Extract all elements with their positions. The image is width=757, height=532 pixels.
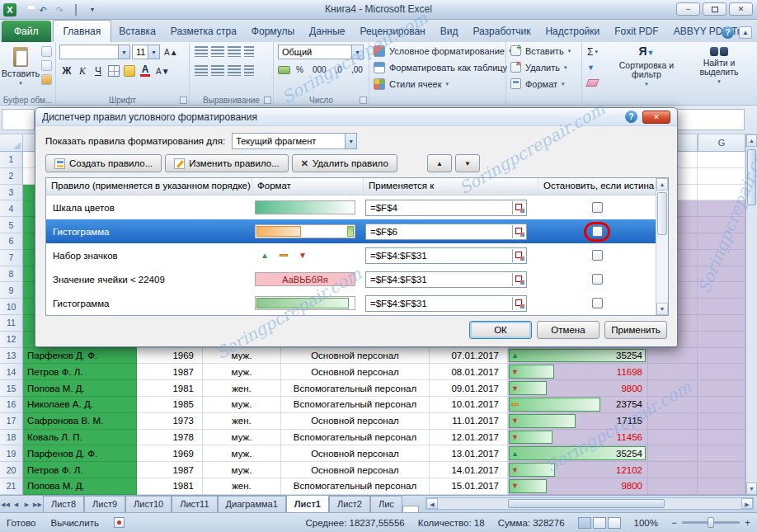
close-button[interactable]: ✕	[729, 2, 753, 16]
tab-Файл[interactable]: Файл	[2, 21, 51, 42]
scroll-up-icon[interactable]: ▲	[746, 134, 757, 147]
stop-if-true-checkbox[interactable]	[592, 226, 603, 237]
currency-format-icon[interactable]	[278, 66, 290, 74]
sheet-tab-Лист1[interactable]: Лист1	[286, 495, 329, 512]
delete-rule-button[interactable]: ✕Удалить правило	[292, 154, 397, 172]
cell-g[interactable]	[648, 397, 698, 413]
cell-g[interactable]	[648, 430, 698, 446]
align-center-icon[interactable]	[211, 65, 224, 76]
tab-Разработчик[interactable]: Разработчик	[465, 21, 538, 42]
cell-value[interactable]: ▼12102	[508, 462, 648, 478]
cell-category[interactable]: Основной персонал	[281, 364, 430, 380]
insert-sheet-tab[interactable]	[402, 506, 419, 512]
redo-button[interactable]: ↷	[53, 3, 66, 16]
stop-if-true-checkbox[interactable]	[592, 202, 603, 213]
sheet-tab-Лист11[interactable]: Лист11	[172, 496, 217, 512]
row-header[interactable]: 16	[0, 397, 23, 413]
align-left-icon[interactable]	[195, 65, 208, 76]
move-up-button[interactable]: ▲	[427, 154, 452, 172]
row-header[interactable]: 17	[0, 413, 23, 430]
tab-Рецензирован[interactable]: Рецензирован	[352, 21, 432, 42]
cell-value[interactable]: ▼17115	[508, 413, 648, 430]
cell-name[interactable]: Парфенов Д. Ф.	[23, 445, 137, 462]
cell-h[interactable]	[698, 250, 745, 266]
range-selector-icon[interactable]	[512, 297, 526, 310]
cell-h[interactable]	[698, 364, 745, 380]
cell-value[interactable]: ▼9800	[508, 478, 648, 495]
cell-h[interactable]	[698, 397, 745, 413]
cell-name[interactable]: Николаев А. Д.	[23, 397, 137, 413]
cell-g[interactable]	[648, 413, 698, 430]
cell-year[interactable]: 1973	[137, 413, 203, 430]
cell-category[interactable]: Вспомогательный персонал	[281, 430, 430, 446]
cancel-button[interactable]: Отмена	[537, 321, 599, 339]
scope-dropdown[interactable]: Текущий фрагмент ▼	[232, 133, 357, 149]
maximize-button[interactable]	[703, 2, 726, 16]
cell-g[interactable]	[648, 380, 698, 397]
row-header[interactable]: 20	[0, 462, 23, 478]
cell-name[interactable]: Попова М. Д.	[23, 478, 137, 495]
cell-category[interactable]: Вспомогательный персонал	[281, 397, 430, 413]
cell-h[interactable]	[698, 413, 745, 430]
shrink-font-button[interactable]: А▼	[153, 64, 172, 78]
applies-to-input[interactable]: =$F$4	[365, 200, 527, 216]
delete-cells-button[interactable]: Удалить▾	[510, 62, 567, 73]
tab-Формулы[interactable]: Формулы	[244, 21, 302, 42]
row-header[interactable]: 13	[0, 348, 23, 365]
row-header[interactable]: 6	[0, 233, 23, 250]
cell-category[interactable]: Вспомогательный персонал	[281, 478, 430, 495]
cell-gender[interactable]: муж.	[203, 348, 281, 365]
cell-value[interactable]: ▼11456	[508, 430, 648, 446]
sheet-tab-Лист8[interactable]: Лист8	[43, 496, 84, 512]
cell-category[interactable]: Основной персонал	[281, 413, 430, 430]
row-header[interactable]: 5	[0, 217, 23, 233]
next-sheet-icon[interactable]: ▶	[21, 501, 32, 512]
cell-gender[interactable]: муж.	[203, 462, 281, 478]
stop-if-true-checkbox[interactable]	[592, 250, 603, 261]
format-cells-button[interactable]: Формат▾	[510, 78, 565, 89]
cell-year[interactable]: 1969	[137, 348, 203, 365]
scroll-up-icon[interactable]: ▲	[656, 178, 668, 191]
row-header[interactable]: 14	[0, 364, 23, 380]
cell-date[interactable]: 10.01.2017	[430, 397, 508, 413]
tab-Надстройки[interactable]: Надстройки	[538, 21, 607, 42]
sheet-tab-Лист2[interactable]: Лист2	[329, 496, 370, 512]
cell-year[interactable]: 1981	[137, 380, 203, 397]
row-header[interactable]: 8	[0, 266, 23, 283]
row-header[interactable]: 4	[0, 200, 23, 217]
align-right-icon[interactable]	[228, 65, 241, 76]
row-header[interactable]: 10	[0, 299, 23, 315]
row-header[interactable]: 7	[0, 250, 23, 266]
excel-app-icon[interactable]: X	[3, 3, 16, 16]
cell-date[interactable]: 12.01.2017	[430, 430, 508, 446]
font-dialog-launcher-icon[interactable]	[180, 97, 187, 104]
cell-date[interactable]: 09.01.2017	[430, 380, 508, 397]
number-format-dropdown[interactable]: Общий▼	[278, 45, 364, 59]
qat-extra-button[interactable]	[69, 3, 82, 16]
decrease-decimal-icon[interactable]: ,00	[348, 64, 366, 76]
horizontal-scrollbar[interactable]: ◀ ▶	[426, 497, 754, 510]
cell-g[interactable]	[648, 348, 698, 365]
status-calculate[interactable]: Вычислить	[51, 518, 100, 528]
cell-gender[interactable]: жен.	[203, 413, 281, 430]
rules-scroll-thumb[interactable]	[657, 192, 667, 235]
sheet-tab-Лис[interactable]: Лис	[370, 496, 402, 512]
macro-record-icon[interactable]	[114, 517, 125, 528]
cell-category[interactable]: Основной персонал	[281, 445, 430, 462]
cell-year[interactable]: 1987	[137, 364, 203, 380]
range-selector-icon[interactable]	[512, 249, 526, 262]
row-header[interactable]: 15	[0, 380, 23, 397]
cell-value[interactable]: ▼9800	[508, 380, 648, 397]
row-header[interactable]: 11	[0, 315, 23, 332]
row-header[interactable]: 2	[0, 168, 23, 185]
scroll-down-icon[interactable]: ▼	[746, 483, 757, 495]
cell-category[interactable]: Основной персонал	[281, 348, 430, 365]
cell-h[interactable]	[698, 233, 745, 250]
applies-to-input[interactable]: =$F$4:$F$31	[365, 271, 527, 288]
name-box[interactable]	[2, 109, 35, 130]
cell-h[interactable]	[698, 462, 745, 478]
format-as-table-button[interactable]: Форматировать как таблицу▾	[374, 62, 515, 73]
page-break-view-icon[interactable]	[608, 517, 621, 529]
scroll-left-icon[interactable]: ◀	[426, 498, 438, 509]
wrap-text-icon[interactable]	[244, 65, 254, 76]
